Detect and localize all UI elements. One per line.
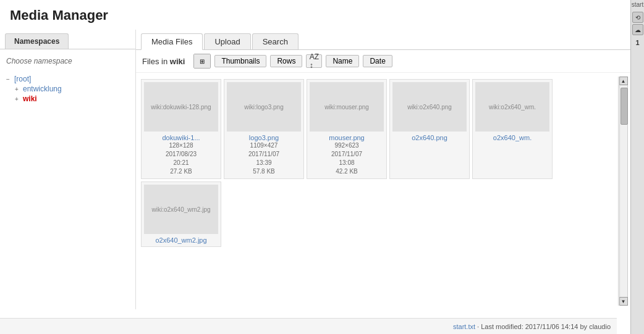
choose-namespace-label: Choose namespace bbox=[0, 53, 135, 72]
sort-az-button[interactable]: AZ↕ bbox=[306, 54, 322, 68]
body-layout: Namespaces Choose namespace − [root] + e… bbox=[0, 30, 630, 309]
namespaces-tab[interactable]: Namespaces bbox=[5, 33, 69, 49]
file-name-o2x640-wm2: o2x640_wm2.jpg bbox=[155, 236, 206, 244]
footer-file-link[interactable]: start.txt bbox=[453, 323, 475, 330]
footer-sep1: · bbox=[475, 323, 481, 330]
grid-scrollbar: ▲ ▼ bbox=[618, 77, 628, 306]
tree-item-wiki[interactable]: + wiki bbox=[15, 94, 129, 104]
file-thumb-logo3: wiki:logo3.png bbox=[227, 82, 301, 132]
start-label: start bbox=[632, 1, 643, 8]
file-name-o2x640-wm: o2x640_wm. bbox=[493, 134, 532, 141]
tree-item-root[interactable]: − [root] bbox=[6, 74, 129, 84]
scrollbar-down-button[interactable]: ▼ bbox=[619, 297, 628, 306]
grid-view-button[interactable]: ⊞ bbox=[194, 54, 210, 68]
file-grid-container: wiki:dokuwiki-128.png dokuwiki-1... 128×… bbox=[136, 73, 630, 309]
right-panel-number: 1 bbox=[635, 39, 639, 46]
footer-by-label: by bbox=[580, 323, 587, 330]
file-meta-dokuwiki: 128×128 2017/08/23 20:21 27.2 KB bbox=[166, 141, 197, 176]
file-card-dokuwiki[interactable]: wiki:dokuwiki-128.png dokuwiki-1... 128×… bbox=[141, 79, 221, 179]
file-card-o2x640-wm[interactable]: wiki:o2x640_wm. o2x640_wm. bbox=[472, 79, 553, 179]
scrollbar-up-button[interactable]: ▲ bbox=[619, 77, 628, 85]
file-name-mouser: mouser.png bbox=[329, 134, 364, 141]
page-title: Media Manager bbox=[0, 0, 630, 30]
expand-icon-wiki: + bbox=[15, 96, 21, 102]
tree-label-root[interactable]: [root] bbox=[14, 75, 31, 83]
files-namespace: wiki bbox=[170, 57, 185, 66]
tree-label-entwicklung[interactable]: entwicklung bbox=[23, 85, 62, 93]
file-thumb-o2x640: wiki:o2x640.png bbox=[392, 82, 467, 132]
file-grid-scroll: wiki:dokuwiki-128.png dokuwiki-1... 128×… bbox=[138, 77, 618, 306]
expand-icon-root: − bbox=[6, 76, 12, 83]
file-card-logo3[interactable]: wiki:logo3.png logo3.png 1109×427 2017/1… bbox=[224, 79, 304, 179]
tab-upload[interactable]: Upload bbox=[204, 33, 250, 49]
rows-button[interactable]: Rows bbox=[270, 55, 302, 67]
scrollbar-track bbox=[619, 85, 628, 297]
tree-item-entwicklung[interactable]: + entwicklung bbox=[15, 84, 129, 94]
thumbnails-button[interactable]: Thumbnails bbox=[214, 55, 266, 67]
sort-name-button[interactable]: Name bbox=[326, 55, 359, 67]
file-card-mouser[interactable]: wiki:mouser.png mouser.png 992×623 2017/… bbox=[307, 79, 387, 179]
sidebar: Namespaces Choose namespace − [root] + e… bbox=[0, 30, 136, 309]
footer: start.txt · Last modified: 2017/11/06 14… bbox=[0, 318, 617, 334]
tab-media-files[interactable]: Media Files bbox=[141, 33, 203, 50]
files-prefix: Files in bbox=[142, 57, 167, 66]
files-in-label: Files in wiki bbox=[142, 57, 185, 66]
tabs-bar: Media Files Upload Search bbox=[136, 30, 630, 50]
footer-author: claudio bbox=[587, 323, 611, 330]
tree-label-wiki[interactable]: wiki bbox=[23, 94, 37, 103]
file-thumb-o2x640-wm: wiki:o2x640_wm. bbox=[475, 82, 549, 132]
file-name-dokuwiki: dokuwiki-1... bbox=[162, 134, 200, 141]
file-card-o2x640[interactable]: wiki:o2x640.png o2x640.png bbox=[389, 79, 470, 179]
view-toggle: ⊞ bbox=[193, 54, 211, 69]
sort-az-icon: AZ↕ bbox=[310, 52, 319, 70]
right-panel-btn1[interactable]: ⟲ bbox=[632, 12, 643, 23]
file-area: Media Files Upload Search Files in wiki … bbox=[136, 30, 630, 309]
file-thumb-mouser: wiki:mouser.png bbox=[310, 82, 384, 132]
file-name-logo3: logo3.png bbox=[249, 134, 279, 141]
main-content: Media Manager Namespaces Choose namespac… bbox=[0, 0, 630, 334]
tab-search[interactable]: Search bbox=[252, 33, 299, 49]
footer-date: 2017/11/06 14:14 bbox=[523, 323, 580, 330]
file-card-o2x640-wm2[interactable]: wiki:o2x640_wm2.jpg o2x640_wm2.jpg bbox=[141, 182, 221, 247]
files-header: Files in wiki ⊞ Thumbnails Rows AZ↕ Name… bbox=[136, 50, 630, 73]
namespace-tree: − [root] + entwicklung + wiki bbox=[0, 72, 135, 106]
right-panel: start ⟲ ☁ 1 bbox=[630, 0, 644, 334]
file-name-o2x640: o2x640.png bbox=[412, 134, 447, 141]
sidebar-tab-area: Namespaces bbox=[0, 33, 135, 49]
expand-icon-entwicklung: + bbox=[15, 86, 21, 93]
footer-last-modified-label: Last modified: bbox=[481, 323, 523, 330]
right-panel-btn2[interactable]: ☁ bbox=[632, 24, 643, 35]
file-meta-logo3: 1109×427 2017/11/07 13:39 57.8 KB bbox=[248, 141, 279, 176]
file-meta-mouser: 992×623 2017/11/07 13:08 42.2 KB bbox=[331, 141, 362, 176]
tree-indent-1: + entwicklung + wiki bbox=[6, 84, 129, 104]
file-thumb-o2x640-wm2: wiki:o2x640_wm2.jpg bbox=[144, 185, 218, 234]
sort-date-button[interactable]: Date bbox=[363, 55, 392, 67]
file-thumb-dokuwiki: wiki:dokuwiki-128.png bbox=[144, 82, 218, 132]
file-grid: wiki:dokuwiki-128.png dokuwiki-1... 128×… bbox=[138, 77, 618, 249]
scrollbar-thumb[interactable] bbox=[621, 88, 628, 125]
